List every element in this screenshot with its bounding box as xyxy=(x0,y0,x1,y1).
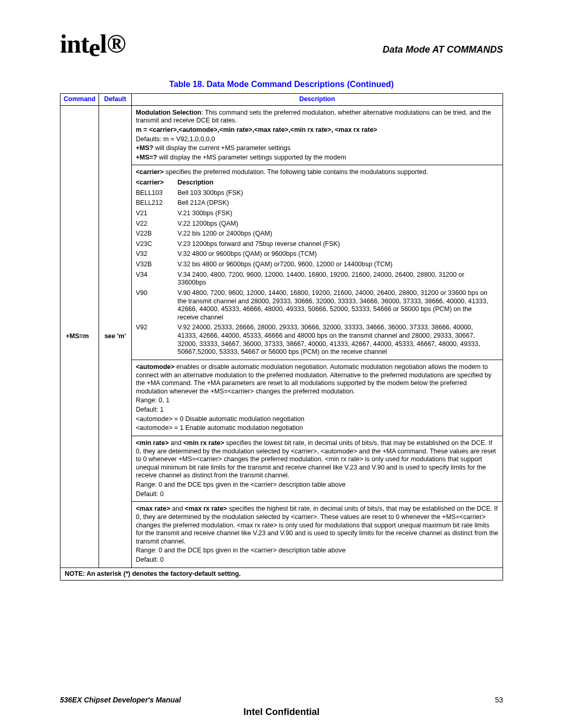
carrier-row: V90V.90 4800, 7200, 9600, 12000, 14400, … xyxy=(136,288,498,323)
carrier-code: V92 xyxy=(136,323,178,357)
min-range: Range: 0 and the DCE bps given in the <c… xyxy=(136,481,498,489)
manual-title: 536EX Chipset Developer's Manual xyxy=(60,696,181,704)
carrier-desc: V.34 2400, 4800, 7200, 9600, 12000, 1440… xyxy=(178,270,498,288)
intro-lead: Modulation Selection xyxy=(136,109,202,116)
min-default: Default: 0 xyxy=(136,490,498,499)
max-lead2: <max rx rate> xyxy=(185,505,227,512)
automode-1: <automode> = 1 Enable automatic modulati… xyxy=(136,424,498,433)
carrier-code: BELL212 xyxy=(136,198,178,208)
automode-default: Default: 1 xyxy=(136,406,498,414)
automode-0: <automode> = 0 Disable automatic modulat… xyxy=(136,415,498,424)
carrier-table: <carrier>Description BELL103Bell 103 300… xyxy=(136,178,498,357)
intel-logo: intel® xyxy=(60,29,124,59)
carrier-rest: specifies the preferred modulation. The … xyxy=(164,168,428,176)
carrier-row: V92V.92 24000, 25333, 26666, 28000, 2933… xyxy=(136,323,498,357)
default-cell: see 'm' xyxy=(99,105,131,567)
col-default: Default xyxy=(99,94,131,106)
carrier-row: V21V.21 300bps (FSK) xyxy=(136,208,498,219)
max-rate-section: <max rate> and <max rx rate> specifies t… xyxy=(132,502,503,567)
carrier-code: V34 xyxy=(136,270,178,288)
min-rate-section: <min rate> and <min rx rate> specifies t… xyxy=(132,436,503,502)
page-footer: 536EX Chipset Developer's Manual 53 xyxy=(60,696,503,704)
table-row: +MS=m see 'm' Modulation Selection: This… xyxy=(60,105,503,567)
automode-rest: enables or disable automatic modulation … xyxy=(136,363,492,395)
description-cell: Modulation Selection: This command sets … xyxy=(131,105,503,567)
min-lead2: <min rx rate> xyxy=(183,439,225,447)
inner-hdr-desc: Description xyxy=(178,178,498,188)
carrier-desc: V.23 1200bps forward and 75bsp reverse c… xyxy=(178,239,498,250)
m-syntax: m = <carrier>,<automode>,<min rate>,<max… xyxy=(136,126,498,134)
carrier-desc: V.32 4800 or 9600bps (QAM) or 9600bps (T… xyxy=(178,249,498,260)
col-command: Command xyxy=(60,94,99,106)
carrier-row: BELL103Bell 103 300bps (FSK) xyxy=(136,188,498,199)
automode-lead: <automode> xyxy=(136,363,175,371)
carrier-desc: V.92 24000, 25333, 26666, 28000, 29333, … xyxy=(178,323,498,357)
table-header-row: Command Default Description xyxy=(60,94,503,106)
carrier-row: V23CV.23 1200bps forward and 75bsp rever… xyxy=(136,239,498,250)
note-row: NOTE: An asterisk (*) denotes the factor… xyxy=(60,567,503,581)
carrier-code: V22B xyxy=(136,229,178,239)
carrier-section: <carrier> specifies the preferred modula… xyxy=(132,165,503,360)
carrier-row: V32BV.32 bis 4800 or 9600bps (QAM) or720… xyxy=(136,260,498,270)
automode-section: <automode> enables or disable automatic … xyxy=(132,360,503,436)
max-mid: and xyxy=(170,505,185,512)
col-description: Description xyxy=(131,94,503,106)
carrier-desc: Bell 212A (DPSK) xyxy=(178,198,498,208)
page-header: intel® Data Mode AT COMMANDS xyxy=(60,29,503,59)
carrier-code: V32B xyxy=(136,260,178,270)
carrier-desc: V.32 bis 4800 or 9600bps (QAM) or7200, 9… xyxy=(178,260,498,270)
min-mid: and xyxy=(169,439,183,447)
carrier-desc: V.22 1200bps (QAM) xyxy=(178,219,498,229)
min-lead1: <min rate> xyxy=(136,439,169,447)
command-cell: +MS=m xyxy=(60,105,99,567)
confidential-label: Intel Confidential xyxy=(0,707,563,718)
page-number: 53 xyxy=(495,696,503,704)
carrier-row: V32V.32 4800 or 9600bps (QAM) or 9600bps… xyxy=(136,249,498,260)
carrier-row: V34V.34 2400, 4800, 7200, 9600, 12000, 1… xyxy=(136,270,498,288)
max-lead1: <max rate> xyxy=(136,505,170,512)
table-caption: Table 18. Data Mode Command Descriptions… xyxy=(60,80,503,89)
defaults-line: Defaults: m = V92,1,0,0,0,0 xyxy=(136,135,498,144)
carrier-lead: <carrier> xyxy=(136,168,164,176)
carrier-code: V22 xyxy=(136,219,178,229)
max-range: Range: 0 and the DCE bps given in the <c… xyxy=(136,547,498,555)
msq-lead: +MS? xyxy=(136,144,154,152)
carrier-code: V21 xyxy=(136,208,178,219)
inner-hdr-carrier: <carrier> xyxy=(136,178,178,188)
carrier-desc: V.21 300bps (FSK) xyxy=(178,208,498,219)
intro-section: Modulation Selection: This command sets … xyxy=(132,106,503,166)
mseq-rest: will display the +MS parameter settings … xyxy=(157,154,346,161)
mseq-lead: +MS=? xyxy=(136,154,157,161)
command-table: Command Default Description +MS=m see 'm… xyxy=(60,93,503,581)
automode-range: Range: 0, 1 xyxy=(136,397,498,405)
note-cell: NOTE: An asterisk (*) denotes the factor… xyxy=(60,567,503,581)
carrier-code: BELL103 xyxy=(136,188,178,199)
carrier-row: V22V.22 1200bps (QAM) xyxy=(136,219,498,229)
carrier-row: V22BV.22 bis 1200 or 2400bps (QAM) xyxy=(136,229,498,239)
carrier-code: V90 xyxy=(136,288,178,323)
carrier-desc: V.90 4800, 7200, 9600, 12000, 14400, 168… xyxy=(178,288,498,323)
carrier-desc: V.22 bis 1200 or 2400bps (QAM) xyxy=(178,229,498,239)
chapter-title: Data Mode AT COMMANDS xyxy=(383,44,503,55)
carrier-row: BELL212Bell 212A (DPSK) xyxy=(136,198,498,208)
carrier-code: V23C xyxy=(136,239,178,250)
carrier-code: V32 xyxy=(136,249,178,260)
max-default: Default: 0 xyxy=(136,556,498,564)
carrier-desc: Bell 103 300bps (FSK) xyxy=(178,188,498,199)
msq-rest: will display the current +MS parameter s… xyxy=(153,144,290,152)
